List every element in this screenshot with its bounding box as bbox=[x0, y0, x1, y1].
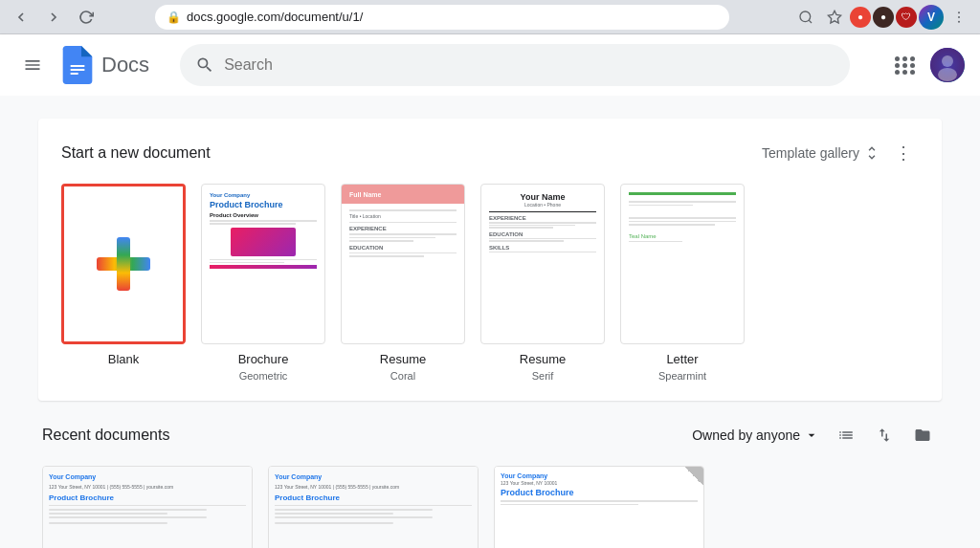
app-name-text: Docs bbox=[101, 53, 149, 77]
new-doc-section: Start a new document Template gallery ⋮ bbox=[38, 119, 942, 401]
letter-green-bar bbox=[629, 192, 736, 195]
doc-card-3-preview: Your Company 123 Your Street, NY 10001 P… bbox=[495, 467, 703, 548]
doc-card-1-content: Your Company 123 Your Street, NY 10001 |… bbox=[43, 467, 252, 532]
sort-icon bbox=[876, 427, 893, 444]
refresh-button[interactable] bbox=[73, 4, 100, 31]
extension-icon-3: 🛡 bbox=[896, 7, 917, 28]
resume-coral-template-thumb[interactable]: Full Name Title • Location EXPERIENCE ED… bbox=[341, 184, 465, 344]
doc-card-1-preview: Your Company 123 Your Street, NY 10001 |… bbox=[43, 467, 252, 548]
template-card-resume-coral[interactable]: Full Name Title • Location EXPERIENCE ED… bbox=[341, 184, 465, 382]
doc-card-3[interactable]: Your Company 123 Your Street, NY 10001 P… bbox=[494, 466, 704, 548]
resume-serif-template-thumb[interactable]: Your Name Location • Phone EXPERIENCE ED… bbox=[480, 184, 605, 344]
doc-card-1[interactable]: Your Company 123 Your Street, NY 10001 |… bbox=[42, 466, 253, 548]
template-gallery-button[interactable]: Template gallery bbox=[762, 144, 880, 162]
resume-coral-sublabel: Coral bbox=[390, 370, 415, 382]
template-cards: Blank Your Company Product Brochure Prod… bbox=[61, 184, 919, 382]
doc-card-2-content: Your Company 123 Your Street, NY 10001 |… bbox=[269, 467, 478, 532]
blank-label: Blank bbox=[108, 352, 140, 366]
owned-by-button[interactable]: Owned by anyone bbox=[692, 427, 819, 443]
brochure-template-thumb[interactable]: Your Company Product Brochure Product Ov… bbox=[201, 184, 325, 344]
bookmark-button[interactable] bbox=[821, 4, 848, 31]
extension-icon-1: ● bbox=[850, 7, 871, 28]
dropdown-icon bbox=[804, 427, 819, 443]
svg-point-5 bbox=[958, 20, 960, 22]
resume-serif-sublabel: Serif bbox=[532, 370, 554, 382]
recent-header: Recent documents Owned by anyone bbox=[42, 420, 938, 450]
template-card-brochure[interactable]: Your Company Product Brochure Product Ov… bbox=[201, 184, 325, 382]
folder-icon bbox=[914, 427, 931, 444]
resume-coral-label: Resume bbox=[380, 352, 426, 366]
back-button[interactable] bbox=[8, 4, 34, 31]
user-avatar-image bbox=[930, 48, 965, 82]
more-options-button[interactable] bbox=[946, 4, 972, 31]
main-content: Start a new document Template gallery ⋮ bbox=[0, 96, 980, 548]
search-bar[interactable] bbox=[180, 44, 850, 86]
docs-logo[interactable]: Docs bbox=[61, 46, 149, 84]
brochure-thumb-content: Your Company Product Brochure Product Ov… bbox=[202, 185, 324, 343]
docs-logo-icon bbox=[61, 46, 94, 84]
doc-card-2[interactable]: Your Company 123 Your Street, NY 10001 |… bbox=[268, 466, 479, 548]
svg-point-0 bbox=[800, 11, 811, 22]
search-icon bbox=[195, 55, 214, 75]
new-doc-title: Start a new document bbox=[61, 144, 211, 162]
letter-template-thumb[interactable]: Teal Name bbox=[620, 184, 745, 344]
svg-point-4 bbox=[958, 16, 960, 18]
extension-icon-2: ● bbox=[873, 7, 894, 28]
grid-dots-icon bbox=[895, 56, 916, 75]
recent-title: Recent documents bbox=[42, 427, 169, 444]
view-buttons bbox=[831, 420, 938, 450]
recent-section: Recent documents Owned by anyone bbox=[38, 420, 942, 548]
more-options-btn[interactable]: ⋮ bbox=[888, 138, 919, 168]
brochure-label: Brochure bbox=[238, 352, 289, 366]
url-text: docs.google.com/document/u/1/ bbox=[187, 10, 363, 24]
template-gallery-label: Template gallery bbox=[762, 145, 859, 161]
sort-button[interactable] bbox=[869, 420, 900, 450]
menu-button[interactable] bbox=[15, 48, 50, 82]
app-bar: Docs bbox=[0, 34, 980, 96]
browser-profile-avatar[interactable]: V bbox=[919, 5, 944, 30]
list-icon bbox=[837, 427, 855, 444]
plus-icon bbox=[97, 237, 150, 291]
search-page-button[interactable] bbox=[792, 4, 819, 31]
template-card-blank[interactable]: Blank bbox=[61, 184, 186, 366]
apps-button[interactable] bbox=[888, 48, 923, 82]
blank-template-thumb[interactable] bbox=[61, 184, 186, 344]
svg-marker-2 bbox=[828, 11, 840, 23]
letter-thumb-content: Teal Name bbox=[621, 185, 744, 343]
template-card-letter[interactable]: Teal Name Letter Spearmint bbox=[620, 184, 745, 382]
letter-sublabel: Spearmint bbox=[658, 370, 706, 382]
owned-by-label: Owned by anyone bbox=[692, 427, 800, 443]
address-bar[interactable]: 🔒 docs.google.com/document/u/1/ bbox=[155, 5, 729, 30]
blank-thumb-content bbox=[64, 186, 183, 341]
template-card-resume-serif[interactable]: Your Name Location • Phone EXPERIENCE ED… bbox=[480, 184, 605, 382]
app-bar-actions bbox=[888, 48, 965, 82]
doc-card-3-content: Your Company 123 Your Street, NY 10001 P… bbox=[495, 467, 703, 548]
expand-icon bbox=[863, 144, 880, 162]
forward-button[interactable] bbox=[40, 4, 67, 31]
browser-chrome: 🔒 docs.google.com/document/u/1/ ● ● 🛡 V bbox=[0, 0, 980, 34]
doc-card-2-preview: Your Company 123 Your Street, NY 10001 |… bbox=[269, 467, 478, 548]
svg-point-9 bbox=[930, 48, 965, 82]
list-view-button[interactable] bbox=[831, 420, 861, 450]
lock-icon: 🔒 bbox=[167, 11, 181, 24]
section-header: Start a new document Template gallery ⋮ bbox=[61, 138, 919, 168]
browser-actions: ● ● 🛡 V bbox=[792, 4, 972, 31]
letter-label: Letter bbox=[666, 352, 698, 366]
user-avatar[interactable] bbox=[930, 48, 965, 82]
resume-thumb-content: Full Name Title • Location EXPERIENCE ED… bbox=[342, 185, 464, 343]
resume-serif-label: Resume bbox=[520, 352, 566, 366]
folder-button[interactable] bbox=[907, 420, 938, 450]
recent-actions: Owned by anyone bbox=[692, 420, 938, 450]
resume-serif-thumb-content: Your Name Location • Phone EXPERIENCE ED… bbox=[481, 185, 604, 343]
brochure-sublabel: Geometric bbox=[239, 370, 288, 382]
search-input[interactable] bbox=[224, 56, 835, 74]
template-gallery-actions: Template gallery ⋮ bbox=[762, 138, 919, 168]
doc-cards: Your Company 123 Your Street, NY 10001 |… bbox=[42, 466, 938, 548]
svg-line-1 bbox=[809, 20, 812, 23]
svg-point-3 bbox=[958, 11, 960, 13]
